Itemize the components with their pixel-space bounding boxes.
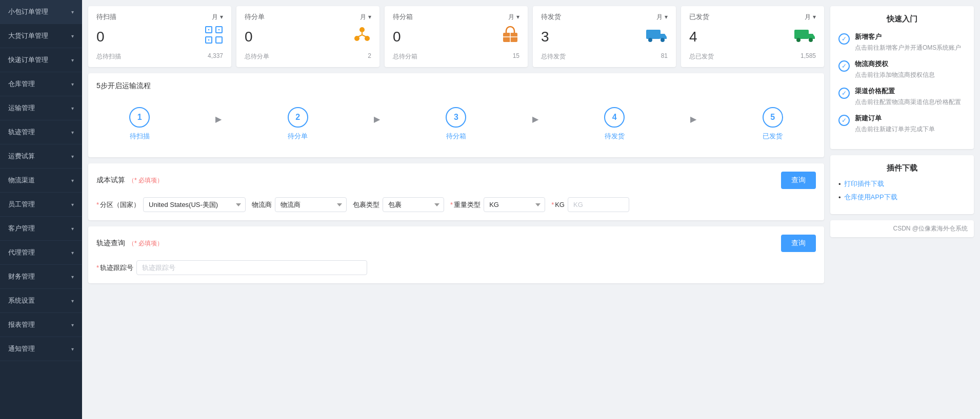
- steps-section: 5步开启运输流程 1 待扫描 ▶ 2 待分单 ▶ 3 待分箱 ▶ 4 待发货 ▶…: [88, 73, 824, 157]
- kg-input[interactable]: [568, 197, 629, 212]
- sidebar-label: 仓库管理: [8, 79, 35, 89]
- chevron-icon: ▾: [71, 274, 74, 280]
- chevron-icon: ▾: [71, 322, 74, 328]
- sidebar-label: 通知管理: [8, 344, 35, 353]
- quick-start-item-3[interactable]: ✓ 新建订单 点击前往新建订单并完成下单: [838, 114, 966, 134]
- chevron-icon: ▾: [71, 33, 74, 39]
- sidebar-item-finance[interactable]: 财务管理▾: [0, 265, 82, 289]
- stat-footer-value: 2: [368, 52, 371, 61]
- sidebar-item-small-order[interactable]: 小包订单管理▾: [0, 0, 82, 24]
- chevron-icon: ▾: [71, 346, 74, 352]
- stat-card-0: 待扫描 月 ▾ 0 总待扫描 4,337: [88, 6, 231, 67]
- step-item-1[interactable]: 2 待分单: [288, 107, 308, 141]
- sidebar-item-agent[interactable]: 代理管理▾: [0, 241, 82, 265]
- month-selector[interactable]: 月 ▾: [360, 13, 371, 22]
- sidebar-item-tracking[interactable]: 轨迹管理▾: [0, 120, 82, 144]
- stat-title: 待发货: [541, 12, 561, 22]
- quick-start-item-0[interactable]: ✓ 新增客户 点击前往新增客户并开通OMS系统账户: [838, 32, 966, 52]
- step-item-4[interactable]: 5 已发货: [763, 107, 783, 141]
- sidebar-label: 快递订单管理: [8, 55, 48, 65]
- right-panel: 快速入门 ✓ 新增客户 点击前往新增客户并开通OMS系统账户 ✓ 物流商授权 点…: [830, 6, 974, 413]
- quick-start-desc: 点击前往配置物流商渠道信息/价格配置: [855, 97, 961, 107]
- tracking-label: *轨迹跟踪号: [96, 263, 133, 273]
- tracking-input[interactable]: [136, 260, 367, 275]
- sidebar-item-logistics[interactable]: 物流渠道▾: [0, 169, 82, 193]
- stat-header: 待分单 月 ▾: [245, 12, 371, 22]
- sidebar-item-settings[interactable]: 系统设置▾: [0, 289, 82, 313]
- stat-card-2: 待分箱 月 ▾ 0 总待分箱 15: [385, 6, 528, 67]
- sidebar-item-customer[interactable]: 客户管理▾: [0, 217, 82, 241]
- month-selector[interactable]: 月 ▾: [508, 13, 519, 22]
- chevron-icon: ▾: [71, 81, 74, 87]
- stat-footer: 总待发货 81: [541, 52, 668, 61]
- stat-footer-label: 总待分箱: [393, 52, 417, 61]
- package-type-label: 包裹类型: [353, 200, 379, 210]
- chevron-down-icon: ▾: [813, 13, 816, 20]
- stat-header: 待扫描 月 ▾: [96, 12, 223, 22]
- stat-icon: [205, 26, 223, 48]
- quick-start-item-1[interactable]: ✓ 物流商授权 点击前往添加物流商授权信息: [838, 59, 966, 79]
- sidebar-item-staff[interactable]: 员工管理▾: [0, 193, 82, 217]
- stat-icon: [645, 26, 668, 48]
- step-arrow-icon: ▶: [215, 114, 222, 124]
- sidebar: 小包订单管理▾大货订单管理▾快递订单管理▾仓库管理▾运输管理▾轨迹管理▾运费试算…: [0, 0, 82, 419]
- sidebar-item-express-order[interactable]: 快递订单管理▾: [0, 48, 82, 72]
- stat-footer-value: 15: [513, 52, 519, 61]
- sidebar-item-notifications[interactable]: 通知管理▾: [0, 337, 82, 361]
- step-item-0[interactable]: 1 待扫描: [129, 107, 150, 141]
- chevron-icon: ▾: [71, 202, 74, 207]
- svg-rect-3: [216, 37, 222, 43]
- tracking-header: 轨迹查询 （* 必填项） 查询: [96, 235, 816, 252]
- sidebar-label: 大货订单管理: [8, 31, 48, 40]
- svg-point-4: [359, 27, 365, 32]
- cost-query-button[interactable]: 查询: [781, 172, 816, 189]
- month-selector[interactable]: 月 ▾: [212, 13, 223, 22]
- plugin-title: 插件下载: [838, 163, 966, 173]
- watermark: CSDN @位像素海外仓系统: [830, 220, 974, 237]
- step-item-3[interactable]: 4 待发货: [604, 107, 625, 141]
- quick-start-desc: 点击前往添加物流商授权信息: [855, 70, 935, 79]
- logistics-select[interactable]: 物流商: [275, 197, 347, 212]
- quick-start-item-2[interactable]: ✓ 渠道价格配置 点击前往配置物流商渠道信息/价格配置: [838, 87, 966, 107]
- quick-start-heading: 新建订单: [855, 114, 935, 123]
- stat-footer-label: 总待扫描: [96, 52, 121, 61]
- chevron-icon: ▾: [71, 130, 74, 135]
- sidebar-item-transport[interactable]: 运输管理▾: [0, 96, 82, 120]
- main-content: 待扫描 月 ▾ 0 总待扫描 4,337 待分单 月 ▾ 0 总待分单 2: [82, 0, 980, 419]
- sidebar-item-warehouse[interactable]: 仓库管理▾: [0, 72, 82, 96]
- weight-type-select[interactable]: KG: [484, 197, 545, 212]
- step-label: 待分箱: [446, 132, 466, 141]
- stat-value: 3: [541, 26, 668, 48]
- package-type-select[interactable]: 包裹: [383, 197, 444, 212]
- stat-card-4: 已发货 月 ▾ 4 总已发货 1,585: [681, 6, 824, 67]
- step-arrow-icon: ▶: [374, 114, 380, 124]
- quick-start-list: ✓ 新增客户 点击前往新增客户并开通OMS系统账户 ✓ 物流商授权 点击前往添加…: [838, 32, 966, 134]
- stat-footer: 总待扫描 4,337: [96, 52, 223, 61]
- quick-start-text: 物流商授权 点击前往添加物流商授权信息: [855, 59, 935, 79]
- sidebar-item-bulk-order[interactable]: 大货订单管理▾: [0, 24, 82, 48]
- step-circle: 5: [763, 107, 783, 128]
- sidebar-label: 员工管理: [8, 200, 35, 209]
- stat-number: 0: [96, 29, 105, 45]
- zone-select[interactable]: United States(US-美国): [143, 197, 246, 212]
- stat-title: 已发货: [689, 12, 709, 22]
- stat-number: 0: [393, 29, 401, 45]
- step-arrow-icon: ▶: [690, 114, 696, 124]
- stat-icon: [501, 26, 519, 48]
- step-item-2[interactable]: 3 待分箱: [446, 107, 466, 141]
- tracking-number-group: *轨迹跟踪号: [96, 260, 367, 275]
- quick-start-title: 快速入门: [838, 14, 966, 24]
- sidebar-item-reports[interactable]: 报表管理▾: [0, 313, 82, 337]
- month-selector[interactable]: 月 ▾: [656, 13, 668, 22]
- stat-header: 待分箱 月 ▾: [393, 12, 519, 22]
- cost-calc-title: 成本试算: [96, 176, 125, 185]
- sidebar-item-freight-calc[interactable]: 运费试算▾: [0, 144, 82, 169]
- plugin-link-1[interactable]: 仓库使用APP下载: [838, 193, 966, 202]
- chevron-icon: ▾: [71, 154, 74, 159]
- tracking-query-button[interactable]: 查询: [781, 235, 816, 252]
- sidebar-label: 运费试算: [8, 152, 35, 161]
- chevron-icon: ▾: [71, 250, 74, 256]
- stat-value: 0: [245, 26, 371, 48]
- plugin-link-0[interactable]: 打印插件下载: [838, 179, 966, 188]
- month-selector[interactable]: 月 ▾: [805, 13, 816, 22]
